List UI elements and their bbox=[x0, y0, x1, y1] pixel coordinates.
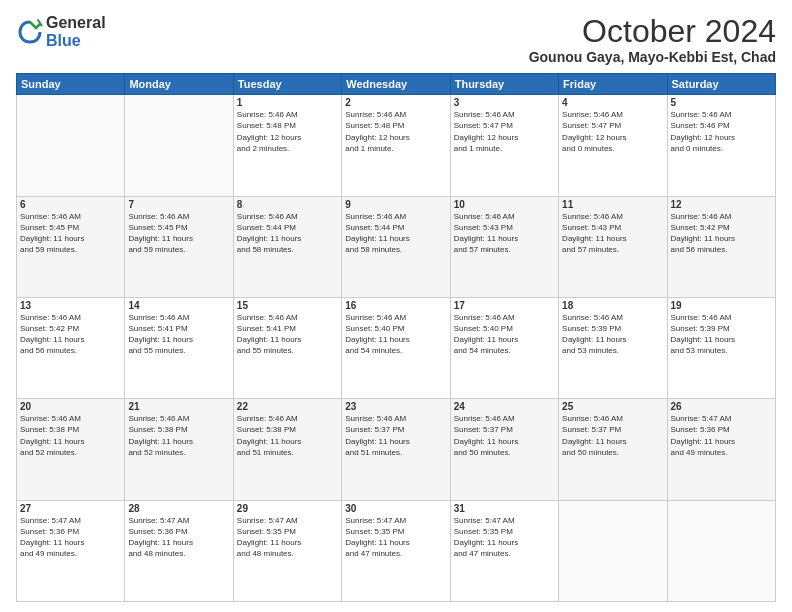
logo-general: General bbox=[46, 14, 106, 32]
calendar-cell: 22Sunrise: 5:46 AM Sunset: 5:38 PM Dayli… bbox=[233, 399, 341, 500]
day-number: 21 bbox=[128, 401, 229, 412]
calendar-cell: 29Sunrise: 5:47 AM Sunset: 5:35 PM Dayli… bbox=[233, 500, 341, 601]
calendar-week-row: 13Sunrise: 5:46 AM Sunset: 5:42 PM Dayli… bbox=[17, 297, 776, 398]
day-info: Sunrise: 5:46 AM Sunset: 5:42 PM Dayligh… bbox=[671, 211, 772, 256]
calendar-cell: 19Sunrise: 5:46 AM Sunset: 5:39 PM Dayli… bbox=[667, 297, 775, 398]
day-number: 6 bbox=[20, 199, 121, 210]
day-info: Sunrise: 5:46 AM Sunset: 5:42 PM Dayligh… bbox=[20, 312, 121, 357]
header: General Blue October 2024 Gounou Gaya, M… bbox=[16, 14, 776, 65]
day-info: Sunrise: 5:46 AM Sunset: 5:37 PM Dayligh… bbox=[562, 413, 663, 458]
day-number: 2 bbox=[345, 97, 446, 108]
day-info: Sunrise: 5:46 AM Sunset: 5:47 PM Dayligh… bbox=[562, 109, 663, 154]
day-number: 30 bbox=[345, 503, 446, 514]
day-number: 15 bbox=[237, 300, 338, 311]
day-number: 9 bbox=[345, 199, 446, 210]
logo-blue: Blue bbox=[46, 32, 106, 50]
day-number: 20 bbox=[20, 401, 121, 412]
day-info: Sunrise: 5:47 AM Sunset: 5:36 PM Dayligh… bbox=[20, 515, 121, 560]
day-info: Sunrise: 5:46 AM Sunset: 5:38 PM Dayligh… bbox=[128, 413, 229, 458]
calendar-day-header: Friday bbox=[559, 74, 667, 95]
logo: General Blue bbox=[16, 14, 106, 49]
calendar-cell: 24Sunrise: 5:46 AM Sunset: 5:37 PM Dayli… bbox=[450, 399, 558, 500]
calendar-cell: 1Sunrise: 5:46 AM Sunset: 5:48 PM Daylig… bbox=[233, 95, 341, 196]
calendar-cell: 10Sunrise: 5:46 AM Sunset: 5:43 PM Dayli… bbox=[450, 196, 558, 297]
calendar-cell: 12Sunrise: 5:46 AM Sunset: 5:42 PM Dayli… bbox=[667, 196, 775, 297]
calendar-cell: 23Sunrise: 5:46 AM Sunset: 5:37 PM Dayli… bbox=[342, 399, 450, 500]
calendar-cell: 13Sunrise: 5:46 AM Sunset: 5:42 PM Dayli… bbox=[17, 297, 125, 398]
calendar-day-header: Tuesday bbox=[233, 74, 341, 95]
day-info: Sunrise: 5:47 AM Sunset: 5:36 PM Dayligh… bbox=[128, 515, 229, 560]
day-info: Sunrise: 5:47 AM Sunset: 5:35 PM Dayligh… bbox=[345, 515, 446, 560]
day-number: 10 bbox=[454, 199, 555, 210]
calendar-cell: 15Sunrise: 5:46 AM Sunset: 5:41 PM Dayli… bbox=[233, 297, 341, 398]
calendar-week-row: 6Sunrise: 5:46 AM Sunset: 5:45 PM Daylig… bbox=[17, 196, 776, 297]
day-number: 4 bbox=[562, 97, 663, 108]
day-info: Sunrise: 5:46 AM Sunset: 5:47 PM Dayligh… bbox=[454, 109, 555, 154]
calendar-cell bbox=[667, 500, 775, 601]
day-number: 8 bbox=[237, 199, 338, 210]
calendar-week-row: 27Sunrise: 5:47 AM Sunset: 5:36 PM Dayli… bbox=[17, 500, 776, 601]
day-number: 3 bbox=[454, 97, 555, 108]
calendar-cell bbox=[17, 95, 125, 196]
day-number: 18 bbox=[562, 300, 663, 311]
day-info: Sunrise: 5:46 AM Sunset: 5:40 PM Dayligh… bbox=[345, 312, 446, 357]
day-number: 23 bbox=[345, 401, 446, 412]
calendar-day-header: Wednesday bbox=[342, 74, 450, 95]
day-info: Sunrise: 5:46 AM Sunset: 5:45 PM Dayligh… bbox=[128, 211, 229, 256]
calendar-cell: 14Sunrise: 5:46 AM Sunset: 5:41 PM Dayli… bbox=[125, 297, 233, 398]
calendar-cell: 3Sunrise: 5:46 AM Sunset: 5:47 PM Daylig… bbox=[450, 95, 558, 196]
calendar-cell bbox=[125, 95, 233, 196]
day-info: Sunrise: 5:46 AM Sunset: 5:37 PM Dayligh… bbox=[345, 413, 446, 458]
day-info: Sunrise: 5:46 AM Sunset: 5:43 PM Dayligh… bbox=[562, 211, 663, 256]
day-number: 17 bbox=[454, 300, 555, 311]
calendar-cell: 18Sunrise: 5:46 AM Sunset: 5:39 PM Dayli… bbox=[559, 297, 667, 398]
calendar-day-header: Sunday bbox=[17, 74, 125, 95]
day-info: Sunrise: 5:46 AM Sunset: 5:45 PM Dayligh… bbox=[20, 211, 121, 256]
calendar-cell: 17Sunrise: 5:46 AM Sunset: 5:40 PM Dayli… bbox=[450, 297, 558, 398]
day-info: Sunrise: 5:46 AM Sunset: 5:38 PM Dayligh… bbox=[20, 413, 121, 458]
calendar-cell: 9Sunrise: 5:46 AM Sunset: 5:44 PM Daylig… bbox=[342, 196, 450, 297]
day-number: 11 bbox=[562, 199, 663, 210]
day-info: Sunrise: 5:46 AM Sunset: 5:44 PM Dayligh… bbox=[345, 211, 446, 256]
day-number: 29 bbox=[237, 503, 338, 514]
calendar-cell: 16Sunrise: 5:46 AM Sunset: 5:40 PM Dayli… bbox=[342, 297, 450, 398]
title-block: October 2024 Gounou Gaya, Mayo-Kebbi Est… bbox=[529, 14, 776, 65]
calendar-cell: 7Sunrise: 5:46 AM Sunset: 5:45 PM Daylig… bbox=[125, 196, 233, 297]
day-number: 27 bbox=[20, 503, 121, 514]
day-info: Sunrise: 5:46 AM Sunset: 5:39 PM Dayligh… bbox=[562, 312, 663, 357]
day-info: Sunrise: 5:46 AM Sunset: 5:37 PM Dayligh… bbox=[454, 413, 555, 458]
day-info: Sunrise: 5:46 AM Sunset: 5:48 PM Dayligh… bbox=[237, 109, 338, 154]
calendar-cell: 26Sunrise: 5:47 AM Sunset: 5:36 PM Dayli… bbox=[667, 399, 775, 500]
day-info: Sunrise: 5:46 AM Sunset: 5:40 PM Dayligh… bbox=[454, 312, 555, 357]
day-number: 14 bbox=[128, 300, 229, 311]
day-info: Sunrise: 5:46 AM Sunset: 5:38 PM Dayligh… bbox=[237, 413, 338, 458]
calendar-header-row: SundayMondayTuesdayWednesdayThursdayFrid… bbox=[17, 74, 776, 95]
day-info: Sunrise: 5:46 AM Sunset: 5:41 PM Dayligh… bbox=[237, 312, 338, 357]
page: General Blue October 2024 Gounou Gaya, M… bbox=[0, 0, 792, 612]
calendar-cell: 2Sunrise: 5:46 AM Sunset: 5:48 PM Daylig… bbox=[342, 95, 450, 196]
subtitle: Gounou Gaya, Mayo-Kebbi Est, Chad bbox=[529, 49, 776, 65]
day-number: 1 bbox=[237, 97, 338, 108]
calendar-cell: 4Sunrise: 5:46 AM Sunset: 5:47 PM Daylig… bbox=[559, 95, 667, 196]
day-info: Sunrise: 5:47 AM Sunset: 5:35 PM Dayligh… bbox=[454, 515, 555, 560]
day-number: 13 bbox=[20, 300, 121, 311]
day-info: Sunrise: 5:46 AM Sunset: 5:43 PM Dayligh… bbox=[454, 211, 555, 256]
calendar-cell: 11Sunrise: 5:46 AM Sunset: 5:43 PM Dayli… bbox=[559, 196, 667, 297]
day-number: 24 bbox=[454, 401, 555, 412]
calendar-week-row: 1Sunrise: 5:46 AM Sunset: 5:48 PM Daylig… bbox=[17, 95, 776, 196]
logo-icon bbox=[16, 18, 44, 46]
day-number: 25 bbox=[562, 401, 663, 412]
day-info: Sunrise: 5:46 AM Sunset: 5:48 PM Dayligh… bbox=[345, 109, 446, 154]
day-info: Sunrise: 5:47 AM Sunset: 5:35 PM Dayligh… bbox=[237, 515, 338, 560]
day-number: 12 bbox=[671, 199, 772, 210]
calendar-table: SundayMondayTuesdayWednesdayThursdayFrid… bbox=[16, 73, 776, 602]
calendar-cell: 21Sunrise: 5:46 AM Sunset: 5:38 PM Dayli… bbox=[125, 399, 233, 500]
calendar-cell: 31Sunrise: 5:47 AM Sunset: 5:35 PM Dayli… bbox=[450, 500, 558, 601]
calendar-cell: 27Sunrise: 5:47 AM Sunset: 5:36 PM Dayli… bbox=[17, 500, 125, 601]
calendar-day-header: Thursday bbox=[450, 74, 558, 95]
day-info: Sunrise: 5:46 AM Sunset: 5:44 PM Dayligh… bbox=[237, 211, 338, 256]
calendar-cell: 28Sunrise: 5:47 AM Sunset: 5:36 PM Dayli… bbox=[125, 500, 233, 601]
day-info: Sunrise: 5:46 AM Sunset: 5:41 PM Dayligh… bbox=[128, 312, 229, 357]
day-number: 19 bbox=[671, 300, 772, 311]
calendar-day-header: Monday bbox=[125, 74, 233, 95]
